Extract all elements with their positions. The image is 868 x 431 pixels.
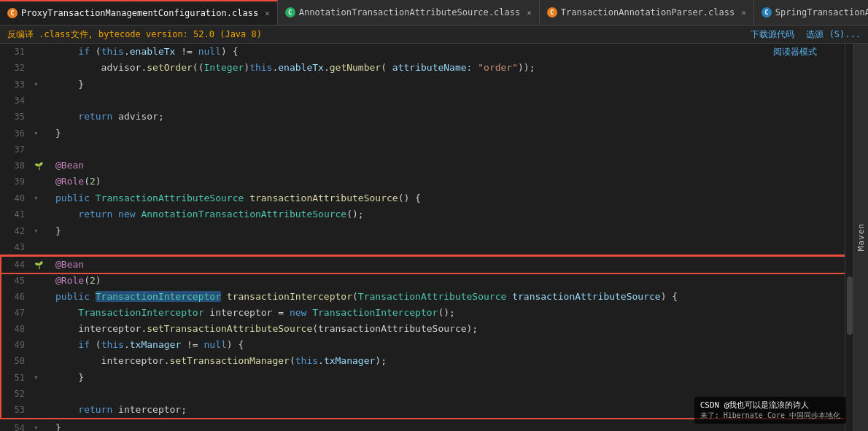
table-row: 50 interceptor.setTransactionManager(thi… — [1, 353, 845, 369]
table-row: 49 if (this.txManager != null) { — [1, 337, 845, 353]
gutter: ▾ — [34, 222, 50, 239]
code-line: interceptor.setTransactionManager(this.t… — [50, 353, 845, 369]
decompile-info: 反编译 .class文件, bytecode version: 52.0 (Ja… — [7, 28, 262, 41]
line-number: 41 — [1, 206, 34, 222]
gutter: 🌱 — [34, 158, 50, 174]
code-line: return advisor; — [50, 109, 845, 125]
code-line — [50, 239, 845, 256]
code-line: @Role(2) — [50, 174, 845, 190]
gutter — [34, 60, 50, 76]
code-line: public TransactionAttributeSource transa… — [50, 190, 845, 206]
gutter: 🌱 — [34, 256, 50, 273]
code-line: } — [50, 369, 845, 386]
line-number: 48 — [1, 321, 34, 337]
line-number: 40 — [1, 190, 34, 206]
code-line: if (this.txManager != null) { — [50, 337, 845, 353]
code-line: @Bean — [50, 256, 845, 273]
line-number: 54 — [1, 419, 34, 431]
line-number: 36 — [1, 125, 34, 141]
line-number: 44 — [1, 256, 34, 273]
fold-icon[interactable]: ▾ — [34, 79, 39, 89]
line-number: 43 — [1, 239, 34, 256]
line-number: 33 — [1, 76, 34, 93]
table-row: 38 🌱 @Bean — [1, 158, 845, 174]
gutter — [34, 44, 50, 60]
code-line — [50, 93, 845, 109]
line-number: 45 — [1, 273, 34, 289]
tab-springtransactionannotationparser[interactable]: C SpringTransactionAnnotationParser.cl..… — [754, 0, 868, 26]
gutter — [34, 174, 50, 190]
download-source-link[interactable]: 下载源代码 — [751, 28, 794, 41]
tab-label-3: TransactionAnnotationParser.class — [561, 7, 735, 18]
tab-close-3[interactable]: × — [741, 8, 746, 18]
tab-label-4: SpringTransactionAnnotationParser.cl... — [775, 7, 868, 18]
gutter: ▾ — [34, 419, 50, 431]
line-number: 53 — [1, 402, 34, 419]
table-row: 51 ▾ } — [1, 369, 845, 386]
line-number: 46 — [1, 289, 34, 305]
tab-icon-1: C — [7, 8, 18, 18]
line-number: 38 — [1, 158, 34, 174]
gutter — [34, 337, 50, 353]
code-table: 31 if (this.enableTx != null) { 32 advis… — [0, 44, 845, 431]
gutter — [34, 289, 50, 305]
line-number: 51 — [1, 369, 34, 386]
gutter — [34, 109, 50, 125]
tab-label-1: ProxyTransactionManagementConfiguration.… — [21, 8, 258, 18]
code-line: return interceptor; — [50, 402, 845, 419]
table-row: 32 advisor.setOrder((Integer)this.enable… — [1, 60, 845, 76]
table-row: 54 ▾ } — [1, 419, 845, 431]
line-number: 49 — [1, 337, 34, 353]
table-row: 34 — [1, 93, 845, 109]
line-number: 47 — [1, 305, 34, 321]
editor-area: 阅读器模式 31 if (this.enableTx != null) { 32… — [0, 44, 868, 431]
code-line: interceptor.setTransactionAttributeSourc… — [50, 321, 845, 337]
gutter — [34, 402, 50, 419]
tab-transactionannotationparser[interactable]: C TransactionAnnotationParser.class × — [540, 0, 754, 26]
fold-icon[interactable]: ▾ — [34, 423, 39, 431]
line-number: 35 — [1, 109, 34, 125]
scrollbar-track[interactable] — [845, 44, 853, 431]
code-line: } — [50, 125, 845, 141]
line-number: 34 — [1, 93, 34, 109]
fold-icon[interactable]: ▾ — [34, 128, 39, 138]
gutter — [34, 206, 50, 222]
table-row: 52 — [1, 386, 845, 402]
bean-icon: 🌱 — [34, 260, 44, 271]
tab-close-1[interactable]: × — [265, 9, 270, 18]
code-line: @Bean — [50, 158, 845, 174]
code-line: } — [50, 419, 845, 431]
info-bar-actions: 下载源代码 选源 (S)... — [751, 28, 861, 41]
code-line — [50, 141, 845, 158]
table-row: 41 return new AnnotationTransactionAttri… — [1, 206, 845, 222]
tab-close-2[interactable]: × — [527, 8, 532, 18]
fold-icon[interactable]: ▾ — [34, 373, 39, 382]
code-container[interactable]: 阅读器模式 31 if (this.enableTx != null) { 32… — [0, 44, 845, 431]
tab-annotationtransaction[interactable]: C AnnotationTransactionAttributeSource.c… — [278, 0, 540, 26]
table-row: 43 — [1, 239, 845, 256]
tab-proxytransaction[interactable]: C ProxyTransactionManagementConfiguratio… — [0, 0, 278, 26]
code-line: @Role(2) — [50, 273, 845, 289]
select-source-link[interactable]: 选源 (S)... — [806, 28, 861, 41]
table-row: 44 🌱 @Bean — [1, 256, 845, 273]
tab-label-2: AnnotationTransactionAttributeSource.cla… — [299, 7, 520, 18]
gutter — [34, 353, 50, 369]
table-row: 46 public TransactionInterceptor transac… — [1, 289, 845, 305]
table-row: 45 @Role(2) — [1, 273, 845, 289]
line-number: 37 — [1, 141, 34, 158]
line-number: 39 — [1, 174, 34, 190]
scrollbar-thumb[interactable] — [847, 276, 853, 335]
table-row: 31 if (this.enableTx != null) { — [1, 44, 845, 60]
code-line: if (this.enableTx != null) { — [50, 44, 845, 60]
fold-icon[interactable]: ▾ — [34, 193, 39, 203]
code-line: } — [50, 222, 845, 239]
tab-icon-3: C — [547, 7, 557, 18]
code-line — [50, 386, 845, 402]
line-number: 42 — [1, 222, 34, 239]
maven-label[interactable]: Maven — [856, 223, 866, 251]
gutter — [34, 141, 50, 158]
maven-panel[interactable]: Maven — [853, 44, 868, 431]
fold-icon[interactable]: ▾ — [34, 226, 39, 236]
reader-mode-button[interactable]: 阅读器模式 — [769, 44, 821, 61]
table-row: 35 return advisor; — [1, 109, 845, 125]
